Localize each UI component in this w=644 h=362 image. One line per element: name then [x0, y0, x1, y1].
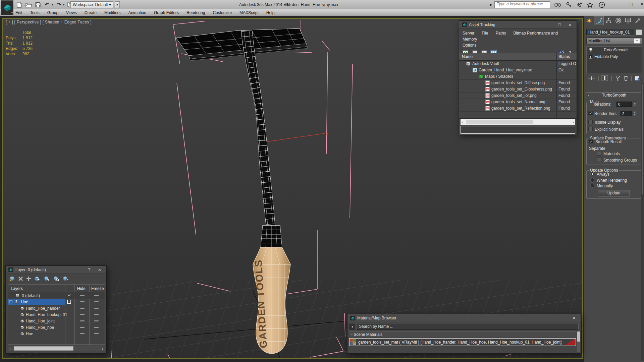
open-file-button[interactable]: [25, 1, 32, 8]
asset-tracking-titlebar[interactable]: Asset Tracking — □ ×: [459, 21, 577, 29]
menu-group[interactable]: Group: [47, 10, 58, 15]
smooth-result-checkbox[interactable]: ✓: [589, 139, 593, 143]
column-status[interactable]: Status: [558, 54, 570, 59]
scrollbar-thumb[interactable]: [14, 346, 73, 351]
explicit-normals-checkbox[interactable]: [588, 127, 593, 131]
show-end-result-icon[interactable]: [601, 75, 608, 81]
layer-row-hoe[interactable]: - Hoe: [8, 299, 105, 305]
close-button[interactable]: ×: [96, 267, 104, 273]
layer-object-row[interactable]: Hoe: [8, 330, 105, 337]
iterations-spinner[interactable]: 0: [616, 102, 632, 107]
redo-button[interactable]: [55, 1, 62, 8]
material-list-item[interactable]: garden_tools_set_mat ( VRayMtl ) [Hand_H…: [349, 338, 576, 346]
menu-file[interactable]: File: [482, 31, 488, 36]
tab-hierarchy[interactable]: [604, 16, 613, 25]
always-radio[interactable]: [590, 172, 594, 176]
search-expand-icon[interactable]: ▶: [490, 3, 492, 6]
tab-create[interactable]: [584, 16, 594, 25]
iterations-spinner-arrows[interactable]: ▲▼: [633, 102, 637, 107]
menu-server[interactable]: Server: [463, 31, 474, 36]
isoline-display-checkbox[interactable]: [588, 120, 593, 124]
undo-button[interactable]: [44, 1, 51, 8]
asset-row-map-file[interactable]: PNG garden_tools_set_ior.png Found: [459, 93, 577, 99]
layer-dialog-titlebar[interactable]: Layer: 0 (default) ? ×: [6, 266, 106, 274]
tab-motion[interactable]: [613, 16, 623, 25]
new-layer-icon[interactable]: [9, 276, 15, 281]
update-button[interactable]: Update: [598, 190, 630, 196]
column-layers[interactable]: Layers: [11, 286, 23, 291]
asset-row-vault[interactable]: Autodesk Vault Logged Out: [459, 61, 577, 67]
communication-center-icon[interactable]: [576, 1, 584, 8]
menu-views[interactable]: Views: [66, 10, 77, 15]
hoe-ferrule-wireframe[interactable]: [261, 225, 282, 248]
search-communities-icon[interactable]: [553, 1, 562, 8]
collapse-expander-icon[interactable]: -: [9, 300, 12, 303]
workspace-selector[interactable]: Workspace: Default ▾: [70, 1, 113, 8]
redo-dropdown-icon[interactable]: ▾: [63, 3, 64, 6]
turbosmooth-rollout-header[interactable]: - TurboSmooth: [586, 92, 643, 98]
close-button[interactable]: ×: [566, 22, 574, 27]
materials-checkbox[interactable]: [597, 151, 601, 156]
material-browser-vscrollbar[interactable]: [577, 331, 580, 352]
object-name-field[interactable]: Hand_Hoe_hookup_01: [586, 29, 634, 36]
menu-customize[interactable]: Customize: [213, 10, 232, 15]
add-to-layer-icon[interactable]: [26, 276, 31, 281]
tab-modify[interactable]: [594, 16, 604, 25]
menu-maxscript[interactable]: MAXScript: [239, 10, 259, 15]
close-button[interactable]: ×: [570, 315, 578, 321]
browser-options-button[interactable]: ▾: [350, 324, 355, 329]
material-search-input[interactable]: Search by Name ...: [357, 323, 579, 330]
window-maximize-button[interactable]: □: [626, 0, 637, 9]
scroll-left-icon[interactable]: ‹: [461, 120, 465, 124]
menu-animation[interactable]: Animation: [128, 10, 146, 15]
menu-help[interactable]: Help: [266, 10, 275, 15]
layer-hscrollbar[interactable]: ‹ ›: [8, 346, 105, 351]
tab-utilities[interactable]: [633, 16, 643, 25]
menu-edit[interactable]: Edit: [15, 10, 22, 15]
menu-bitmap-performance[interactable]: Bitmap Performance and Memory: [463, 31, 558, 42]
asset-table-header[interactable]: Name Status: [459, 53, 577, 61]
column-name[interactable]: Name: [462, 54, 473, 59]
render-iters-checkbox[interactable]: ✓: [588, 111, 593, 115]
scroll-right-icon[interactable]: ›: [571, 120, 575, 124]
command-panel-scrollbar[interactable]: [641, 83, 644, 361]
stack-item-turbosmooth[interactable]: TurboSmooth: [587, 47, 642, 53]
asset-row-map-file[interactable]: PNG garden_tools_set_Reflection.png Foun…: [459, 105, 577, 112]
column-hide[interactable]: Hide: [77, 286, 86, 291]
help-button[interactable]: ?: [85, 267, 93, 272]
expand-plus-icon[interactable]: [589, 55, 592, 59]
asset-row-maps[interactable]: Maps / Shaders: [459, 73, 577, 80]
make-unique-icon[interactable]: [615, 75, 621, 81]
tab-display[interactable]: [623, 16, 633, 25]
layer-object-row[interactable]: Hand_Hoe_hander: [8, 305, 105, 311]
layer-object-row[interactable]: Hand_Hoe_hoe: [8, 324, 105, 330]
modifier-list-dropdown[interactable]: Modifier List ˅: [586, 38, 642, 44]
when-rendering-radio[interactable]: [590, 178, 594, 182]
window-minimize-button[interactable]: —: [612, 0, 623, 9]
scroll-right-icon[interactable]: ›: [100, 347, 105, 351]
delete-layer-icon[interactable]: [18, 276, 23, 281]
hoe-shaft-wireframe[interactable]: [241, 31, 275, 225]
object-color-swatch[interactable]: [636, 29, 642, 35]
render-iters-spinner-arrows[interactable]: ▲▼: [633, 111, 637, 116]
workspace-flyout-button[interactable]: ▾: [115, 1, 120, 8]
help-menu-button[interactable]: ?▾: [598, 1, 606, 8]
set-current-layer-icon[interactable]: [44, 276, 50, 281]
save-file-button[interactable]: [34, 1, 42, 8]
manually-radio[interactable]: [590, 184, 594, 188]
smoothing-groups-checkbox[interactable]: [597, 158, 601, 162]
scrollbar-thumb[interactable]: [466, 120, 533, 124]
menu-rendering[interactable]: Rendering: [186, 10, 205, 15]
menu-tools[interactable]: Tools: [30, 10, 40, 15]
material-browser-titlebar[interactable]: Material/Map Browser ×: [347, 314, 581, 322]
menu-modifiers[interactable]: Modifiers: [104, 10, 121, 15]
sign-in-key-icon[interactable]: [565, 1, 574, 8]
layer-properties-icon[interactable]: [62, 276, 69, 281]
favorites-star-icon[interactable]: [586, 1, 594, 8]
menu-paths[interactable]: Paths: [496, 31, 506, 36]
menu-options[interactable]: Options: [463, 43, 476, 48]
scrollbar-thumb[interactable]: [577, 331, 580, 342]
max-logo-button[interactable]: ▾: [1, 0, 13, 15]
scene-materials-section-header[interactable]: - Scene Materials: [349, 331, 576, 337]
help-search-input[interactable]: Type a keyword or phrase: [494, 1, 550, 8]
